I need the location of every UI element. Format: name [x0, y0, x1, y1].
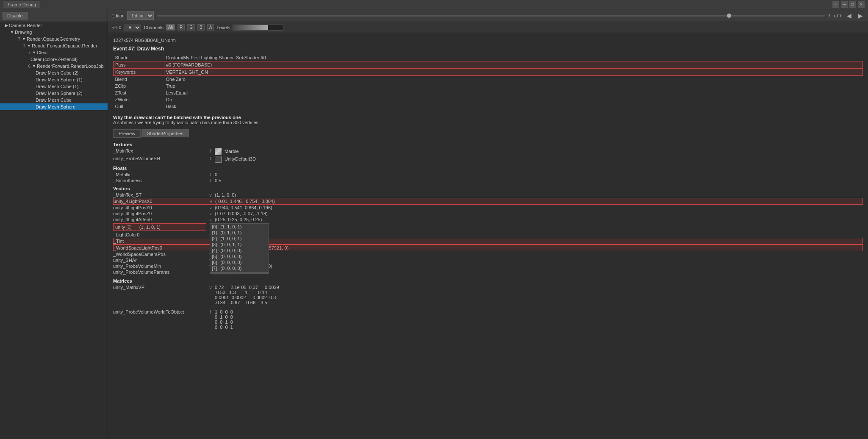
texture-row-probevolume: unity_ProbeVolumeSH f UnityDefault3D	[113, 156, 863, 163]
page-of: of 7	[834, 13, 842, 18]
format-line: 1227x574 R8G8B8A8_UNorm	[113, 36, 863, 44]
tree-item-draw-mesh-sphere-selected[interactable]: Draw Mesh Sphere	[0, 103, 108, 110]
maximize-button[interactable]: □	[849, 1, 856, 8]
array-dropdown-popup: [0](1, 1, 0, 1) [1](0, 1, 0, 1) [2](1, 0…	[210, 223, 269, 274]
prop-row-ztest: ZTest LessEqual	[114, 89, 863, 96]
vector-row-lightposy0: unity_4LightPosY0 v (0.944, 0.541, 0.864…	[113, 205, 863, 211]
tree-item-forward-opaque[interactable]: 7 ▼ RenderForwardOpaque.Render	[0, 42, 108, 49]
rt-toolbar: RT 0 ▼ Channels All R G B A Levels	[108, 22, 868, 33]
rt-label: RT 0	[111, 25, 121, 30]
disable-button[interactable]: Disable	[3, 12, 28, 19]
popup-item-5[interactable]: [5](0, 0, 0, 0)	[210, 253, 269, 259]
tree-item-clear[interactable]: 7 ▼ Clear	[0, 49, 108, 56]
menu-button[interactable]: ⋮	[832, 1, 839, 8]
marble-texture-icon	[215, 148, 222, 155]
close-button[interactable]: ×	[858, 1, 865, 8]
tree-item-draw-mesh-sphere-1[interactable]: Draw Mesh Sphere (1)	[0, 76, 108, 83]
matrix-values-probevolume: 1 0 0 0 0 1 0 0 0 0 1 0 0 0 0 1	[215, 309, 863, 330]
popup-item-7[interactable]: [7](0, 0, 0, 0)	[210, 265, 269, 271]
popup-scrollbar[interactable]	[210, 272, 269, 273]
prop-row-keywords: Keywords VERTEXLIGHT_ON	[114, 69, 863, 76]
channels-label: Channels	[144, 25, 163, 30]
page-number: 7	[828, 13, 831, 18]
progress-bar	[157, 15, 825, 17]
unity3d-texture-icon	[215, 156, 222, 163]
popup-item-2[interactable]: [2](1, 0, 0, 1)	[210, 236, 269, 242]
warning-text: Why this draw call can't be batched with…	[113, 113, 863, 127]
prop-row-zwrite: ZWrite On	[114, 96, 863, 103]
array-row-unity: unity [0] (1, 1, 0, 1) [0](1, 1, 0, 1) […	[113, 223, 863, 231]
left-toolbar: Disable	[0, 9, 108, 22]
expand-arrow: ▼	[32, 64, 36, 68]
main-layout: Disable ▶ Camera.Render ▼ Drawing 7 ▼ Re…	[0, 9, 868, 439]
tree-item-draw-mesh-cube-1[interactable]: Draw Mesh Cube (1)	[0, 83, 108, 90]
tree-item-drawing[interactable]: ▼ Drawing	[0, 29, 108, 36]
warning-title: Why this draw call can't be batched with…	[113, 115, 241, 120]
channel-g-button[interactable]: G	[187, 24, 195, 31]
expand-arrow: ▼	[27, 44, 31, 48]
prop-row-pass: Pass #0 (FORWARDBASE)	[114, 61, 863, 69]
textures-header: Textures	[113, 139, 863, 148]
right-panel: Editor Editor 7 of 7 ◀ ▶ RT 0 ▼ Channels…	[108, 9, 868, 439]
levels-label: Levels	[216, 25, 230, 30]
levels-bar	[233, 25, 283, 31]
float-row-smoothness: _Smoothness f 0.5	[113, 178, 863, 183]
popup-item-3[interactable]: [3](0, 0, 1, 1)	[210, 242, 269, 247]
next-page-button[interactable]: ▶	[857, 12, 865, 19]
prop-row-cull: Cull Back	[114, 103, 863, 110]
vector-row-lightatten0: unity_4LightAtten0 v (0.25, 0.25, 0.25, …	[113, 217, 863, 222]
channel-b-button[interactable]: B	[197, 24, 205, 31]
float-row-metallic: _Metallic f 0	[113, 172, 863, 178]
popup-item-0[interactable]: [0](1, 1, 0, 1)	[210, 224, 269, 230]
vector-row-lightposx0: unity_4LightPosX0 v (-0.01, 1.446, -0.75…	[113, 198, 863, 205]
progress-dot	[727, 14, 731, 18]
title-bar: Frame Debug ⋮ ─ □ ×	[0, 0, 868, 9]
left-panel: Disable ▶ Camera.Render ▼ Drawing 7 ▼ Re…	[0, 9, 108, 439]
event-title: Event #7: Draw Mesh	[113, 44, 863, 54]
expand-arrow: ▶	[5, 23, 8, 28]
tree-item-draw-mesh-cube[interactable]: Draw Mesh Cube	[0, 97, 108, 103]
minimize-button[interactable]: ─	[841, 1, 848, 8]
tabs-bar: Preview ShaderProperties	[113, 127, 863, 139]
expand-arrow: ▼	[10, 30, 14, 34]
vectors-header: Vectors	[113, 183, 863, 192]
tree-view: ▶ Camera.Render ▼ Drawing 7 ▼ Render.Opa…	[0, 22, 108, 110]
prop-row-zclip: ZClip True	[114, 83, 863, 89]
window-controls: ⋮ ─ □ ×	[832, 1, 865, 8]
warning-desc: A submesh we are trying to dynamic-batch…	[113, 120, 260, 125]
matrix-row-probevolume: unity_ProbeVolumeWorldToObject f 1 0 0 0…	[113, 309, 863, 330]
content-area: 1227x574 R8G8B8A8_UNorm Event #7: Draw M…	[108, 33, 868, 333]
tree-item-opaque-geometry[interactable]: 7 ▼ Render.OpaqueGeometry	[0, 36, 108, 42]
expand-arrow: ▼	[22, 37, 26, 41]
preview-tab[interactable]: Preview	[113, 129, 141, 138]
channel-r-button[interactable]: R	[177, 24, 185, 31]
tree-item-renderloop[interactable]: 6 ▼ RenderForward.RenderLoopJob	[0, 63, 108, 69]
prop-row-shader: Shader Custom/My First Lighting Shader, …	[114, 54, 863, 61]
matrix-row-matrixvp: unity_MatrixVP v 0.72 -2.1e-05 0.37 -0.0…	[113, 284, 863, 306]
popup-item-1[interactable]: [1](0, 1, 0, 1)	[210, 230, 269, 236]
editor-toolbar: Editor Editor 7 of 7 ◀ ▶	[108, 9, 868, 22]
array-header-unity: unity [0] (1, 1, 0, 1)	[113, 223, 206, 231]
floats-header: Floats	[113, 163, 863, 172]
editor-select[interactable]: Editor	[127, 11, 154, 20]
popup-item-4[interactable]: [4](0, 0, 0, 0)	[210, 247, 269, 253]
prop-row-blend: Blend One Zero	[114, 76, 863, 83]
levels-fill	[233, 25, 268, 30]
vector-row-maintex-st: _MainTex_ST v (1, 1, 0, 0)	[113, 192, 863, 198]
matrix-values-matrixvp: 0.72 -2.1e-05 0.37 -0.0029 -0.53 1.3 1 -…	[215, 285, 863, 305]
shader-properties-tab[interactable]: ShaderProperties	[141, 129, 189, 138]
tree-item-draw-mesh-cube-2[interactable]: Draw Mesh Cube (2)	[0, 69, 108, 76]
prev-page-button[interactable]: ◀	[845, 12, 853, 19]
tree-item-camera-render[interactable]: ▶ Camera.Render	[0, 22, 108, 29]
popup-item-6[interactable]: [6](0, 0, 0, 0)	[210, 259, 269, 265]
expand-arrow: ▼	[32, 50, 36, 55]
tree-item-draw-mesh-sphere-2[interactable]: Draw Mesh Sphere (2)	[0, 90, 108, 97]
tree-item-clear-detail[interactable]: Clear (color+Z+stencil)	[0, 56, 108, 63]
channel-a-button[interactable]: A	[207, 24, 214, 31]
editor-label: Editor	[111, 13, 124, 18]
matrices-header: Matrices	[113, 276, 863, 284]
frame-debug-tab[interactable]: Frame Debug	[3, 1, 40, 8]
channel-all-button[interactable]: All	[166, 24, 175, 31]
array-popup-container: unity [0] (1, 1, 0, 1) [0](1, 1, 0, 1) […	[113, 223, 863, 275]
rt-select[interactable]: ▼	[124, 24, 141, 31]
